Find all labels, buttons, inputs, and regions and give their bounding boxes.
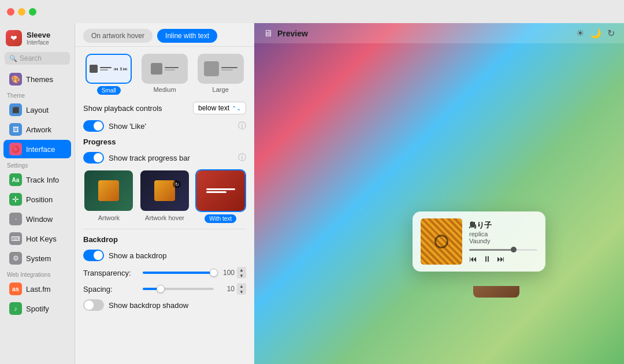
size-card-small: ⏮⏸⏭ Small [83,54,135,95]
sidebar-item-interface[interactable]: ⭕ Interface [3,140,71,158]
size-options: ⏮⏸⏭ Small [83,54,246,95]
spacing-value: 10 [218,285,235,293]
backdrop-section-title: Backdrop [83,235,246,244]
sidebar-section-web: Web Integrations [0,268,75,279]
refresh-icon[interactable]: ↻ [607,28,615,39]
sidebar-item-window[interactable]: ··· Window [3,210,71,228]
preview-card-artwork-hover: ↻ Artwork hover [139,169,191,223]
sidebar-section-settings: Settings [0,159,75,170]
sidebar-item-artwork[interactable]: 🖼 Artwork [3,120,71,139]
info-icon[interactable]: ⓘ [238,121,246,131]
stepper-up[interactable]: ▲ [237,267,246,273]
spacing-slider[interactable] [143,288,214,290]
sidebar-item-track-info[interactable]: Aa Track Info [3,170,71,189]
show-playback-controls-label: Show playback controls [83,104,162,113]
preview-thumb-with-text[interactable] [195,169,246,212]
sidebar-item-label: Track Info [26,176,59,184]
tab-on-artwork-hover[interactable]: On artwork hover [83,29,153,43]
toggle-knob [94,121,103,131]
sidebar-item-themes[interactable]: 🎨 Themes [3,70,71,88]
preview-monitor-icon: 🖥 [263,28,273,39]
sidebar-item-position[interactable]: ✛ Position [3,190,71,209]
section-body: ⏮⏸⏭ Small [75,47,254,324]
spacing-row: Spacing: 10 ▲ ▼ [83,283,246,295]
show-backdrop-shadow-toggle[interactable] [83,299,104,311]
toggle-knob [84,300,94,310]
sidebar-item-label: Artwork [26,125,51,134]
search-placeholder: Search [20,54,42,62]
minimize-button[interactable] [18,8,25,16]
show-like-label: Show 'Like' [109,122,238,131]
stepper-down[interactable]: ▼ [237,289,246,295]
skip-back-button[interactable]: ⏮ [469,254,477,263]
transparency-stepper[interactable]: ▲ ▼ [237,267,246,278]
system-icon: ⚙ [9,252,22,265]
sidebar-item-label: Interface [26,145,55,154]
progress-knob[interactable] [511,247,517,252]
sidebar-item-layout[interactable]: ⬛ Layout [3,101,71,119]
preview-card-badge-with-text: With text [205,214,236,223]
window-icon: ··· [9,213,22,225]
show-progress-toggle[interactable] [83,152,104,164]
size-label-medium: Medium [153,86,176,93]
maximize-button[interactable] [29,8,36,16]
stepper-down[interactable]: ▼ [237,273,246,278]
show-progress-bar-label: Show track progress bar [109,154,238,162]
sidebar-item-hotkeys[interactable]: ⌨ Hot Keys [3,229,71,248]
progress-preview-cards: Artwork ↻ Artwork hover [83,169,246,223]
play-pause-button[interactable]: ⏸ [483,254,491,263]
dark-mode-icon[interactable]: 🌙 [590,28,601,39]
size-preview-medium[interactable] [142,54,188,84]
chevron-down-icon: ⌃⌄ [232,105,241,112]
preview-card-label-artwork-hover: Artwork hover [145,214,184,221]
track-info-icon: Aa [9,173,22,186]
progress-section-title: Progress [83,138,246,146]
progress-fill [469,249,514,251]
sidebar-item-label: Themes [26,75,53,84]
show-progress-bar-row: Show track progress bar ⓘ [83,152,246,164]
preview-area: 🖥 Preview ☀ 🌙 ↻ 鳥り子 replica [254,23,624,364]
preview-thumb-artwork-hover[interactable]: ↻ [139,169,190,212]
sidebar-item-system[interactable]: ⚙ System [3,249,71,268]
show-like-toggle[interactable] [83,120,104,132]
show-backdrop-toggle[interactable] [83,250,104,261]
track-artist: Vaundy [469,237,537,244]
traffic-lights [7,8,36,16]
preview-background: 🖥 Preview ☀ 🌙 ↻ 鳥り子 replica [254,23,624,364]
sidebar: ❤ Sleeve Interface 🔍 Search 🎨 Themes The… [0,23,75,364]
sidebar-section-theme: Theme [0,89,75,100]
spacing-stepper[interactable]: ▲ ▼ [237,283,246,295]
toggle-knob [94,153,103,162]
size-preview-small[interactable]: ⏮⏸⏭ [86,54,132,84]
show-backdrop-shadow-label: Show backdrop shadow [109,301,246,310]
slider-thumb[interactable] [210,269,218,277]
stepper-up[interactable]: ▲ [237,283,246,289]
wood-stand [473,286,519,298]
light-mode-icon[interactable]: ☀ [576,28,584,39]
sidebar-item-label: Window [26,215,53,224]
size-card-large: Large [195,54,246,95]
sidebar-item-lastfm[interactable]: as Last.fm [3,280,71,298]
size-preview-large[interactable] [198,54,244,84]
app-body: ❤ Sleeve Interface 🔍 Search 🎨 Themes The… [0,23,624,364]
lastfm-icon: as [9,283,22,295]
app-subtitle: Interface [27,39,50,46]
sidebar-item-spotify[interactable]: ♪ Spotify [3,299,71,318]
skip-forward-button[interactable]: ⏭ [497,254,505,263]
info-icon[interactable]: ⓘ [238,153,246,163]
search-box[interactable]: 🔍 Search [5,52,70,65]
transparency-slider[interactable] [143,272,214,274]
progress-bar[interactable] [469,249,537,251]
preview-thumb-artwork[interactable] [83,169,134,212]
playback-controls-dropdown[interactable]: below text ⌃⌄ [193,102,246,114]
preview-card-label-artwork: Artwork [98,214,120,221]
transparency-row: Transparency: 100 ▲ ▼ [83,267,246,278]
backdrop-section: Backdrop Show a backdrop Transparency: 1 [83,229,246,311]
hotkeys-icon: ⌨ [9,232,22,245]
player-info: 鳥り子 replica Vaundy ⏮ ⏸ ⏭ [469,220,537,263]
track-title: 鳥り子 [469,220,537,231]
tab-inline-with-text[interactable]: Inline with text [157,29,217,43]
player-widget: 鳥り子 replica Vaundy ⏮ ⏸ ⏭ [413,211,545,272]
close-button[interactable] [7,8,14,16]
slider-thumb[interactable] [157,285,165,293]
